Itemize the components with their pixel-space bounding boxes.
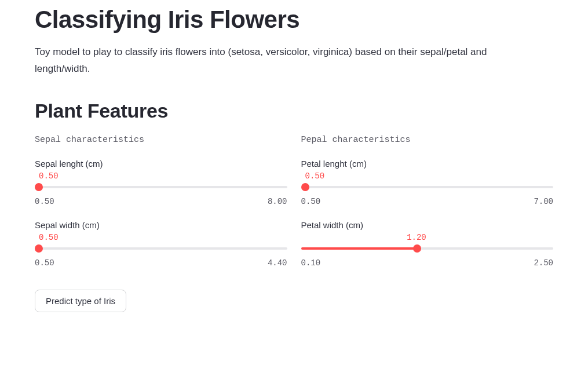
sepal-width-field: Sepal width (cm) 0.50 0.50 4.40 <box>35 220 287 268</box>
sepal-width-slider[interactable] <box>35 244 287 253</box>
petal-length-value: 0.50 <box>301 171 554 182</box>
page-title: Classifying Iris Flowers <box>35 6 553 34</box>
section-title: Plant Features <box>35 100 553 122</box>
petal-width-range: 0.10 2.50 <box>301 258 554 268</box>
petal-width-value: 1.20 <box>301 233 554 243</box>
max-label: 4.40 <box>268 258 287 268</box>
petal-length-label: Petal lenght (cm) <box>301 159 554 169</box>
min-label: 0.50 <box>35 197 54 206</box>
max-label: 8.00 <box>268 197 287 206</box>
slider-fill <box>301 247 417 250</box>
min-label: 0.10 <box>301 258 321 268</box>
petal-width-slider[interactable] <box>301 244 554 253</box>
sepal-width-value: 0.50 <box>35 233 287 243</box>
sepal-width-label: Sepal width (cm) <box>35 220 287 230</box>
min-label: 0.50 <box>301 197 321 206</box>
predict-button[interactable]: Predict type of Iris <box>35 290 126 312</box>
petal-group-label: Pepal characteristics <box>301 135 554 145</box>
slider-track <box>301 186 554 188</box>
max-label: 2.50 <box>534 258 553 268</box>
slider-thumb[interactable] <box>35 183 43 191</box>
min-label: 0.50 <box>35 258 54 268</box>
feature-columns: Sepal characteristics Sepal lenght (cm) … <box>35 135 553 282</box>
sepal-length-slider[interactable] <box>35 183 287 191</box>
petal-column: Pepal characteristics Petal lenght (cm) … <box>301 135 554 282</box>
petal-width-field: Petal width (cm) 1.20 0.10 2.50 <box>301 220 554 268</box>
app-root: Classifying Iris Flowers Toy model to pl… <box>0 0 588 330</box>
max-label: 7.00 <box>534 197 553 206</box>
sepal-length-value: 0.50 <box>35 171 287 182</box>
slider-thumb[interactable] <box>35 244 43 253</box>
petal-length-field: Petal lenght (cm) 0.50 0.50 7.00 <box>301 159 554 206</box>
sepal-column: Sepal characteristics Sepal lenght (cm) … <box>35 135 287 282</box>
petal-length-slider[interactable] <box>301 183 554 191</box>
petal-length-range: 0.50 7.00 <box>301 197 554 206</box>
sepal-width-range: 0.50 4.40 <box>35 258 287 268</box>
page-description: Toy model to play to classify iris flowe… <box>35 44 516 78</box>
slider-thumb[interactable] <box>413 244 421 253</box>
slider-track <box>35 186 287 188</box>
slider-thumb[interactable] <box>301 183 309 191</box>
slider-track <box>35 247 287 250</box>
sepal-length-field: Sepal lenght (cm) 0.50 0.50 8.00 <box>35 159 287 206</box>
petal-width-label: Petal width (cm) <box>301 220 554 230</box>
sepal-group-label: Sepal characteristics <box>35 135 287 145</box>
sepal-length-label: Sepal lenght (cm) <box>35 159 287 169</box>
sepal-length-range: 0.50 8.00 <box>35 197 287 206</box>
